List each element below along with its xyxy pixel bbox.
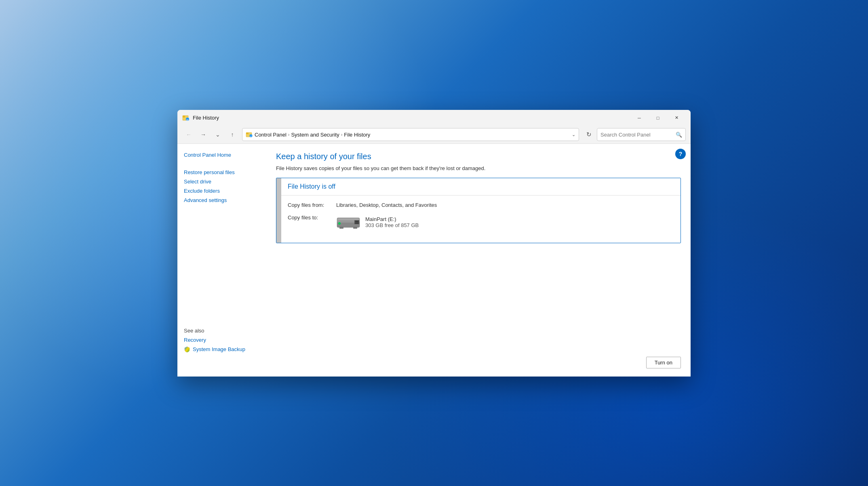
panel-status: File History is off — [288, 183, 335, 190]
shield-icon — [184, 346, 190, 353]
panel-header: File History is off — [281, 178, 680, 196]
content-panel: ? Keep a history of your files File Hist… — [266, 144, 691, 377]
copy-from-label: Copy files from: — [288, 202, 336, 208]
up-button[interactable]: ↑ — [226, 128, 239, 141]
svg-rect-14 — [355, 223, 358, 223]
svg-rect-13 — [355, 221, 358, 222]
address-chevron-icon[interactable]: ⌄ — [572, 132, 575, 137]
search-icon: 🔍 — [676, 132, 682, 138]
svg-point-11 — [338, 222, 341, 225]
main-area: Control Panel Home Restore personal file… — [177, 144, 691, 377]
system-image-backup-label: System Image Backup — [193, 346, 245, 352]
file-history-window: H File History ─ □ ✕ ← → ⌄ ↑ ✓ Control P… — [177, 110, 691, 377]
page-title: Keep a history of your files — [276, 152, 681, 161]
breadcrumb: Control Panel › System and Security › Fi… — [255, 132, 370, 138]
copy-to-label: Copy files to: — [288, 215, 336, 221]
svg-rect-1 — [183, 116, 185, 118]
app-icon: H — [182, 114, 190, 122]
maximize-button[interactable]: □ — [649, 112, 667, 124]
dropdown-button[interactable]: ⌄ — [211, 128, 224, 141]
sidebar: Control Panel Home Restore personal file… — [177, 144, 266, 377]
copy-to-row: Copy files to: — [288, 215, 674, 230]
close-button[interactable]: ✕ — [667, 112, 686, 124]
sidebar-item-advanced-settings[interactable]: Advanced settings — [177, 196, 266, 205]
navigation-bar: ← → ⌄ ↑ ✓ Control Panel › System and Sec… — [177, 126, 691, 144]
drive-icon — [336, 215, 360, 230]
drive-row: MainPart (E:) 303 GB free of 857 GB — [336, 215, 419, 230]
help-button[interactable]: ? — [675, 149, 686, 159]
panel-details: Copy files from: Libraries, Desktop, Con… — [281, 196, 680, 243]
breadcrumb-section[interactable]: System and Security — [291, 132, 339, 138]
svg-rect-15 — [339, 227, 343, 229]
sidebar-item-exclude-folders[interactable]: Exclude folders — [177, 186, 266, 196]
breadcrumb-root[interactable]: Control Panel — [255, 132, 287, 138]
window-controls: ─ □ ✕ — [630, 112, 686, 124]
copy-from-row: Copy files from: Libraries, Desktop, Con… — [288, 202, 674, 208]
drive-space: 303 GB free of 857 GB — [365, 222, 419, 228]
forward-button[interactable]: → — [197, 128, 210, 141]
search-input[interactable] — [600, 132, 674, 138]
svg-rect-5 — [246, 133, 249, 134]
search-box[interactable]: 🔍 — [597, 128, 686, 141]
svg-rect-10 — [338, 219, 359, 220]
back-button[interactable]: ← — [182, 128, 195, 141]
see-also-heading: See also — [177, 326, 266, 335]
refresh-button[interactable]: ↻ — [582, 128, 595, 141]
sidebar-item-recovery[interactable]: Recovery — [177, 335, 266, 345]
panel-stripe — [276, 178, 281, 243]
svg-rect-12 — [354, 220, 359, 224]
svg-text:H: H — [187, 118, 188, 121]
turn-on-button[interactable]: Turn on — [646, 357, 681, 368]
sidebar-item-system-image-backup[interactable]: System Image Backup — [177, 345, 266, 354]
minimize-button[interactable]: ─ — [630, 112, 649, 124]
svg-rect-16 — [353, 227, 357, 229]
page-description: File History saves copies of your files … — [276, 165, 681, 171]
address-bar[interactable]: ✓ Control Panel › System and Security › … — [242, 128, 579, 141]
window-title: File History — [193, 115, 627, 121]
svg-text:✓: ✓ — [250, 135, 252, 137]
title-bar: H File History ─ □ ✕ — [177, 110, 691, 126]
sidebar-item-select-drive[interactable]: Select drive — [177, 177, 266, 186]
breadcrumb-current[interactable]: File History — [344, 132, 370, 138]
panel-body: File History is off Copy files from: Lib… — [281, 178, 680, 243]
sidebar-item-restore-personal-files[interactable]: Restore personal files — [177, 168, 266, 177]
drive-info: MainPart (E:) 303 GB free of 857 GB — [365, 216, 419, 228]
drive-name: MainPart (E:) — [365, 216, 419, 222]
copy-from-value: Libraries, Desktop, Contacts, and Favori… — [336, 202, 437, 208]
sidebar-item-control-panel-home[interactable]: Control Panel Home — [177, 150, 266, 160]
address-icon: ✓ — [246, 131, 253, 138]
file-history-panel: File History is off Copy files from: Lib… — [276, 178, 681, 243]
